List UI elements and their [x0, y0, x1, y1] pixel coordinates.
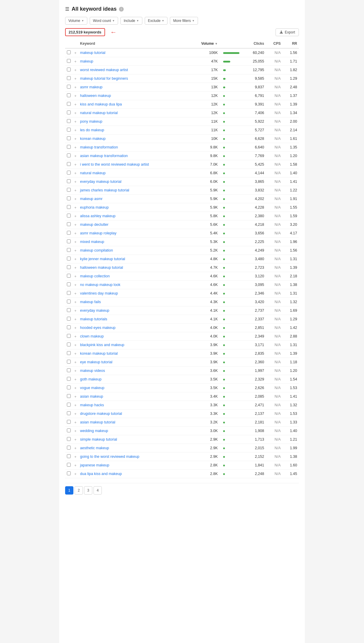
row-add-cell[interactable]: + — [73, 100, 78, 109]
row-add-cell[interactable]: + — [73, 186, 78, 195]
row-checkbox[interactable] — [67, 420, 71, 424]
row-keyword[interactable]: hooded eyes makeup — [78, 324, 189, 332]
row-keyword[interactable]: pony makeup — [78, 117, 189, 126]
row-checkbox[interactable] — [67, 171, 71, 175]
row-checkbox-cell[interactable] — [65, 332, 73, 341]
row-checkbox-cell[interactable] — [65, 435, 73, 444]
row-checkbox[interactable] — [67, 394, 71, 398]
row-checkbox-cell[interactable] — [65, 306, 73, 315]
row-checkbox[interactable] — [67, 231, 71, 235]
row-checkbox-cell[interactable] — [65, 229, 73, 238]
row-checkbox-cell[interactable] — [65, 126, 73, 135]
row-add-cell[interactable]: + — [73, 315, 78, 324]
row-checkbox-cell[interactable] — [65, 195, 73, 203]
row-checkbox-cell[interactable] — [65, 289, 73, 298]
row-checkbox[interactable] — [67, 334, 71, 338]
row-keyword[interactable]: worst reviewed makeup artist — [78, 66, 189, 74]
row-keyword[interactable]: makeup hacks — [78, 401, 189, 410]
filter-volume-button[interactable]: Volume▼ — [65, 17, 87, 25]
row-checkbox[interactable] — [67, 222, 71, 226]
page-num-3[interactable]: 3 — [84, 486, 92, 495]
row-checkbox-cell[interactable] — [65, 186, 73, 195]
row-checkbox-cell[interactable] — [65, 263, 73, 272]
row-checkbox-cell[interactable] — [65, 324, 73, 332]
row-add-cell[interactable]: + — [73, 298, 78, 306]
row-keyword[interactable]: natural makeup tutorial — [78, 109, 189, 117]
row-checkbox-cell[interactable] — [65, 238, 73, 246]
row-keyword[interactable]: vogue makeup — [78, 384, 189, 392]
row-checkbox[interactable] — [67, 162, 71, 166]
row-checkbox-cell[interactable] — [65, 315, 73, 324]
row-keyword[interactable]: clown makeup — [78, 332, 189, 341]
row-add-cell[interactable]: + — [73, 212, 78, 220]
row-checkbox-cell[interactable] — [65, 212, 73, 220]
row-keyword[interactable]: asmr makeup — [78, 83, 189, 92]
row-checkbox-cell[interactable] — [65, 281, 73, 289]
filter-include-button[interactable]: Include▼ — [120, 17, 142, 25]
row-checkbox[interactable] — [67, 153, 71, 157]
row-keyword[interactable]: i went to the worst reviewed makeup arti… — [78, 160, 189, 169]
row-checkbox[interactable] — [67, 446, 71, 450]
row-checkbox[interactable] — [67, 471, 71, 475]
filter-more-filters-button[interactable]: More filters▼ — [170, 17, 198, 25]
row-add-cell[interactable]: + — [73, 444, 78, 452]
row-checkbox[interactable] — [67, 136, 71, 140]
row-checkbox[interactable] — [67, 239, 71, 243]
row-keyword[interactable]: goth makeup — [78, 375, 189, 384]
row-add-cell[interactable]: + — [73, 470, 78, 478]
row-checkbox[interactable] — [67, 145, 71, 149]
row-checkbox-cell[interactable] — [65, 152, 73, 160]
row-checkbox-cell[interactable] — [65, 401, 73, 410]
row-add-cell[interactable]: + — [73, 289, 78, 298]
row-add-cell[interactable]: + — [73, 66, 78, 74]
row-checkbox-cell[interactable] — [65, 117, 73, 126]
row-add-cell[interactable]: + — [73, 427, 78, 435]
row-checkbox[interactable] — [67, 111, 71, 114]
row-keyword[interactable]: kiss and makeup dua lipa — [78, 100, 189, 109]
row-add-cell[interactable]: + — [73, 410, 78, 418]
row-add-cell[interactable]: + — [73, 238, 78, 246]
info-icon[interactable]: i — [119, 7, 124, 12]
row-add-cell[interactable]: + — [73, 435, 78, 444]
row-keyword[interactable]: wedding makeup — [78, 427, 189, 435]
row-add-cell[interactable]: + — [73, 126, 78, 135]
row-checkbox[interactable] — [67, 282, 71, 286]
row-add-cell[interactable]: + — [73, 152, 78, 160]
row-add-cell[interactable]: + — [73, 57, 78, 66]
row-add-cell[interactable]: + — [73, 392, 78, 401]
row-keyword[interactable]: makeup tutorial for beginners — [78, 74, 189, 83]
row-add-cell[interactable]: + — [73, 375, 78, 384]
row-add-cell[interactable]: + — [73, 358, 78, 367]
row-checkbox-cell[interactable] — [65, 160, 73, 169]
page-num-2[interactable]: 2 — [75, 486, 83, 495]
row-checkbox-cell[interactable] — [65, 220, 73, 229]
row-checkbox-cell[interactable] — [65, 83, 73, 92]
row-keyword[interactable]: valentines day makeup — [78, 289, 189, 298]
row-checkbox[interactable] — [67, 119, 71, 123]
filter-exclude-button[interactable]: Exclude▼ — [145, 17, 168, 25]
row-keyword[interactable]: everyday makeup — [78, 306, 189, 315]
row-keyword[interactable]: kylie jenner makeup tutorial — [78, 255, 189, 263]
row-checkbox[interactable] — [67, 428, 71, 432]
row-checkbox-cell[interactable] — [65, 444, 73, 452]
row-checkbox-cell[interactable] — [65, 418, 73, 427]
row-checkbox-cell[interactable] — [65, 452, 73, 461]
row-keyword[interactable]: makeup transformation — [78, 143, 189, 152]
row-add-cell[interactable]: + — [73, 117, 78, 126]
row-checkbox[interactable] — [67, 274, 71, 278]
row-add-cell[interactable]: + — [73, 418, 78, 427]
row-keyword[interactable]: everyday makeup tutorial — [78, 177, 189, 186]
row-keyword[interactable]: makeup tutorial — [78, 48, 189, 57]
row-checkbox-cell[interactable] — [65, 48, 73, 57]
page-num-4[interactable]: 4 — [94, 486, 102, 495]
row-checkbox[interactable] — [67, 214, 71, 217]
row-checkbox-cell[interactable] — [65, 92, 73, 100]
row-checkbox[interactable] — [67, 93, 71, 97]
row-keyword[interactable]: makeup declutter — [78, 220, 189, 229]
row-add-cell[interactable]: + — [73, 332, 78, 341]
row-checkbox[interactable] — [67, 205, 71, 209]
row-add-cell[interactable]: + — [73, 452, 78, 461]
row-checkbox-cell[interactable] — [65, 427, 73, 435]
row-checkbox-cell[interactable] — [65, 255, 73, 263]
export-button[interactable]: Export — [276, 28, 299, 36]
